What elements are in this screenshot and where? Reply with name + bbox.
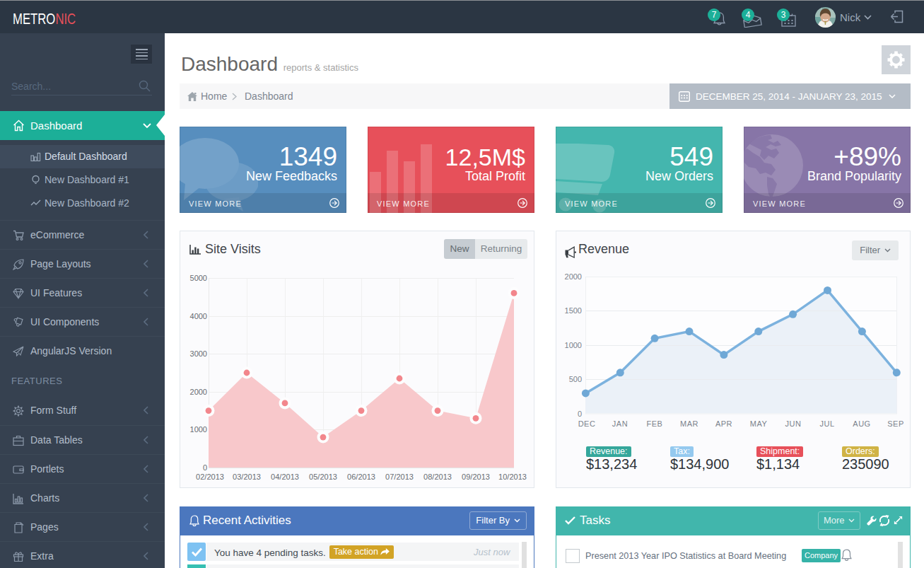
svg-text:02/2013: 02/2013	[196, 473, 224, 481]
svg-text:08/2013: 08/2013	[423, 473, 452, 481]
svg-text:04/2013: 04/2013	[271, 473, 299, 481]
svg-text:1500: 1500	[565, 306, 582, 315]
svg-text:1000: 1000	[565, 341, 582, 349]
svg-text:05/2013: 05/2013	[309, 473, 337, 481]
svg-text:07/2013: 07/2013	[385, 473, 414, 481]
svg-text:1000: 1000	[190, 425, 207, 434]
svg-text:JAN: JAN	[612, 419, 628, 428]
svg-text:FEB: FEB	[647, 419, 663, 428]
svg-text:AUG: AUG	[853, 419, 870, 428]
svg-text:MAY: MAY	[750, 419, 768, 428]
svg-text:JUN: JUN	[785, 419, 802, 428]
svg-text:06/2013: 06/2013	[347, 473, 375, 481]
svg-text:5000: 5000	[190, 274, 207, 282]
svg-text:500: 500	[569, 375, 582, 383]
svg-text:09/2013: 09/2013	[462, 473, 490, 481]
svg-text:APR: APR	[715, 419, 732, 428]
svg-text:03/2013: 03/2013	[233, 473, 261, 481]
svg-text:0: 0	[203, 463, 207, 472]
svg-text:0: 0	[578, 410, 582, 418]
svg-text:2000: 2000	[190, 388, 207, 396]
svg-text:JUL: JUL	[819, 419, 834, 428]
svg-text:2000: 2000	[565, 272, 582, 281]
svg-text:MAR: MAR	[680, 419, 698, 428]
svg-text:SEP: SEP	[887, 419, 904, 428]
svg-text:10/2013: 10/2013	[498, 473, 527, 481]
svg-text:4000: 4000	[190, 312, 207, 320]
svg-text:3000: 3000	[190, 349, 207, 358]
svg-text:DEC: DEC	[578, 419, 596, 428]
